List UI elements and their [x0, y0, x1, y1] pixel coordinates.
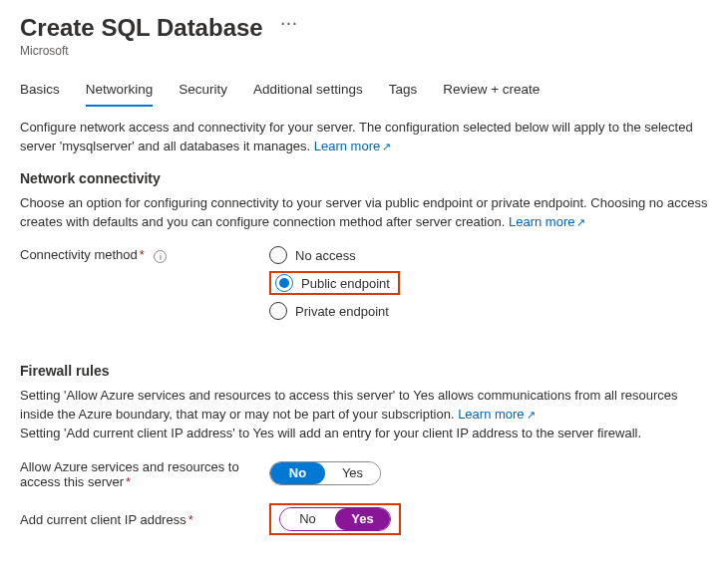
provider-label: Microsoft [20, 44, 708, 58]
allow-azure-services-label: Allow Azure services and resources to ac… [20, 457, 269, 489]
tab-tags[interactable]: Tags [389, 76, 418, 107]
radio-label: No access [295, 248, 356, 263]
intro-learn-more-link[interactable]: Learn more↗ [314, 139, 391, 153]
connectivity-description: Choose an option for configuring connect… [20, 194, 708, 232]
toggle-option-no[interactable]: No [280, 508, 335, 530]
toggle-option-no[interactable]: No [270, 462, 325, 484]
firewall-description: Setting 'Allow Azure services and resour… [20, 387, 708, 443]
highlight-add-client-ip: No Yes [269, 503, 401, 535]
allow-azure-services-toggle[interactable]: No Yes [269, 461, 381, 485]
firewall-learn-more-link[interactable]: Learn more↗ [458, 407, 535, 422]
connectivity-method-label: Connectivity method* i [20, 245, 269, 262]
radio-label: Private endpoint [295, 304, 389, 319]
add-client-ip-toggle[interactable]: No Yes [279, 507, 391, 531]
add-client-ip-label: Add current client IP address* [20, 510, 269, 527]
wizard-tabs: Basics Networking Security Additional se… [20, 76, 708, 107]
page-title: Create SQL Database [20, 14, 263, 42]
intro-text: Configure network access and connectivit… [20, 119, 708, 156]
external-link-icon: ↗ [576, 216, 585, 228]
tab-security[interactable]: Security [179, 76, 227, 107]
radio-no-access[interactable]: No access [269, 245, 400, 265]
firewall-rules-heading: Firewall rules [20, 363, 708, 379]
tab-networking[interactable]: Networking [86, 76, 154, 107]
tab-review-create[interactable]: Review + create [443, 76, 540, 107]
external-link-icon: ↗ [382, 141, 391, 152]
more-actions-button[interactable]: ··· [281, 16, 299, 32]
highlight-public-endpoint: Public endpoint [269, 271, 400, 295]
toggle-option-yes[interactable]: Yes [325, 462, 380, 484]
radio-public-endpoint[interactable]: Public endpoint [275, 273, 394, 293]
radio-label: Public endpoint [301, 276, 390, 291]
tab-basics[interactable]: Basics [20, 76, 60, 107]
toggle-option-yes[interactable]: Yes [335, 508, 390, 530]
network-connectivity-heading: Network connectivity [20, 170, 708, 186]
radio-private-endpoint[interactable]: Private endpoint [269, 301, 400, 321]
connectivity-learn-more-link[interactable]: Learn more↗ [509, 214, 585, 229]
tab-additional-settings[interactable]: Additional settings [253, 76, 363, 107]
external-link-icon: ↗ [527, 409, 536, 421]
connectivity-method-radio-group: No access Public endpoint Private endpoi… [269, 245, 400, 321]
info-icon[interactable]: i [154, 250, 167, 263]
